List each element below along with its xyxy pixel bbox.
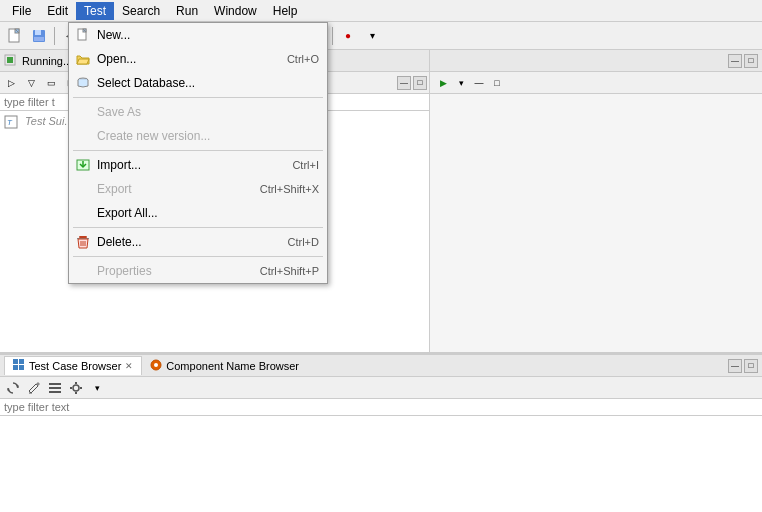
component-icon <box>150 359 162 373</box>
menu-save-as-label: Save As <box>97 105 319 119</box>
menu-export-shortcut: Ctrl+Shift+X <box>260 183 319 195</box>
bottom-panel-content <box>0 416 762 512</box>
menu-edit[interactable]: Edit <box>39 2 76 20</box>
menu-export-all-label: Export All... <box>97 206 319 220</box>
left-maximize-btn[interactable]: □ <box>413 76 427 90</box>
menu-item-new[interactable]: New... <box>69 23 327 47</box>
menu-properties-shortcut: Ctrl+Shift+P <box>260 265 319 277</box>
left-toolbar-btn-2[interactable]: ▽ <box>22 74 40 92</box>
menu-sep-1 <box>73 97 323 98</box>
menu-test[interactable]: Test <box>76 2 114 20</box>
menu-item-open[interactable]: Open... Ctrl+O <box>69 47 327 71</box>
left-toolbar-btn-1[interactable]: ▷ <box>2 74 20 92</box>
bottom-sync-btn[interactable] <box>4 379 22 397</box>
svg-rect-3 <box>35 30 41 35</box>
menu-item-delete[interactable]: Delete... Ctrl+D <box>69 230 327 254</box>
menu-sep-3 <box>73 227 323 228</box>
right-panel-header: — □ <box>430 50 762 72</box>
svg-rect-11 <box>13 365 18 370</box>
right-toolbar-maximize[interactable]: □ <box>488 74 506 92</box>
test-case-icon <box>13 359 25 373</box>
menu-create-version-label: Create new version... <box>97 129 319 143</box>
bottom-edit-btn[interactable] <box>25 379 43 397</box>
menu-item-properties: Properties Ctrl+Shift+P <box>69 259 327 283</box>
right-panel: — □ ▶ ▾ — □ <box>430 50 762 352</box>
right-toolbar-minimize[interactable]: — <box>470 74 488 92</box>
menu-sep-2 <box>73 150 323 151</box>
menu-item-export-all[interactable]: Export All... <box>69 201 327 225</box>
svg-rect-20 <box>49 391 61 393</box>
bottom-maximize-btn[interactable]: □ <box>744 359 758 373</box>
open-icon <box>75 51 91 67</box>
bottom-tabs: Test Case Browser ✕ Component Name Brows… <box>0 355 762 377</box>
menu-item-export: Export Ctrl+Shift+X <box>69 177 327 201</box>
tab-test-case-label: Test Case Browser <box>29 360 121 372</box>
right-panel-content <box>430 94 762 352</box>
right-panel-toolbar: ▶ ▾ — □ <box>430 72 762 94</box>
svg-rect-6 <box>7 57 13 63</box>
toolbar-btn-14[interactable]: ● <box>337 25 359 47</box>
toolbar-save-btn[interactable] <box>28 25 50 47</box>
menu-item-select-db[interactable]: Select Database... <box>69 71 327 95</box>
bottom-section: Test Case Browser ✕ Component Name Brows… <box>0 352 762 512</box>
bottom-dropdown-btn[interactable]: ▾ <box>88 379 106 397</box>
toolbar-sep-1 <box>54 27 55 45</box>
right-toolbar-play[interactable]: ▶ <box>434 74 452 92</box>
bottom-settings-btn[interactable] <box>67 379 85 397</box>
svg-rect-23 <box>75 392 77 394</box>
left-toolbar-btn-3[interactable]: ▭ <box>42 74 60 92</box>
tab-test-case-close[interactable]: ✕ <box>125 361 133 371</box>
menu-new-label: New... <box>97 28 319 42</box>
running-label: Running... <box>22 55 72 67</box>
svg-rect-9 <box>13 359 18 364</box>
menu-select-db-label: Select Database... <box>97 76 319 90</box>
menu-open-label: Open... <box>97 52 287 66</box>
tab-test-case-browser[interactable]: Test Case Browser ✕ <box>4 356 142 375</box>
select-db-icon <box>75 75 91 91</box>
menu-file[interactable]: File <box>4 2 39 20</box>
new-icon <box>75 27 91 43</box>
menu-item-save-as: Save As <box>69 100 327 124</box>
bottom-filter-input[interactable] <box>0 399 762 416</box>
menu-run[interactable]: Run <box>168 2 206 20</box>
menu-item-import[interactable]: Import... Ctrl+I <box>69 153 327 177</box>
svg-rect-19 <box>49 387 61 389</box>
right-toolbar-dropdown[interactable]: ▾ <box>452 74 470 92</box>
toolbar-new-btn[interactable] <box>4 25 26 47</box>
left-minimize-btn[interactable]: — <box>397 76 411 90</box>
toolbar-chevron[interactable]: ▾ <box>361 25 383 47</box>
menu-sep-4 <box>73 256 323 257</box>
menubar: File Edit Test Search Run Window Help <box>0 0 762 22</box>
bottom-list-btn[interactable] <box>46 379 64 397</box>
svg-rect-22 <box>75 382 77 384</box>
menu-open-shortcut: Ctrl+O <box>287 53 319 65</box>
svg-rect-18 <box>49 383 61 385</box>
import-icon <box>75 157 91 173</box>
menu-import-label: Import... <box>97 158 292 172</box>
bottom-toolbar: ▾ <box>0 377 762 399</box>
svg-rect-4 <box>34 37 44 41</box>
menu-delete-shortcut: Ctrl+D <box>288 236 319 248</box>
menu-item-create-version: Create new version... <box>69 124 327 148</box>
test-dropdown-menu: New... Open... Ctrl+O Select Database...… <box>68 22 328 284</box>
bottom-window-controls: — □ <box>728 359 758 373</box>
svg-rect-25 <box>80 387 82 389</box>
tab-component-browser[interactable]: Component Name Browser <box>142 357 307 375</box>
menu-window[interactable]: Window <box>206 2 265 20</box>
menu-search[interactable]: Search <box>114 2 168 20</box>
right-window-controls: — □ <box>724 54 762 68</box>
menu-help[interactable]: Help <box>265 2 306 20</box>
tab-component-label: Component Name Browser <box>166 360 299 372</box>
menu-delete-label: Delete... <box>97 235 288 249</box>
menu-import-shortcut: Ctrl+I <box>292 159 319 171</box>
delete-icon <box>75 234 91 250</box>
menu-properties-label: Properties <box>97 264 260 278</box>
svg-rect-10 <box>19 359 24 364</box>
right-minimize-btn[interactable]: — <box>728 54 742 68</box>
svg-point-14 <box>154 363 158 367</box>
svg-point-21 <box>73 385 79 391</box>
bottom-minimize-btn[interactable]: — <box>728 359 742 373</box>
menu-export-label: Export <box>97 182 260 196</box>
right-maximize-btn[interactable]: □ <box>744 54 758 68</box>
svg-rect-24 <box>70 387 72 389</box>
